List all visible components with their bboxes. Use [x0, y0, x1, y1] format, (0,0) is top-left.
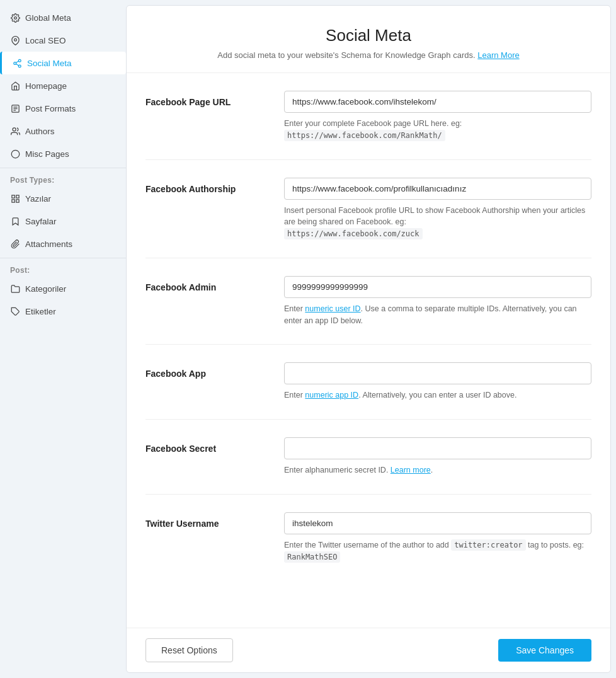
facebook-secret-input[interactable] [284, 437, 591, 459]
sidebar-item-label: Sayfalar [25, 217, 57, 226]
divider [0, 258, 126, 258]
facebook-page-url-body: Enter your complete Facebook page URL he… [284, 91, 591, 142]
svg-point-12 [11, 150, 20, 158]
sidebar-item-sayfalar[interactable]: Sayfalar [0, 210, 126, 233]
document-icon [10, 103, 20, 113]
help-suffix: . Alternatively, you can enter a user ID… [358, 391, 516, 399]
facebook-page-url-input[interactable] [284, 91, 591, 113]
facebook-secret-help: Enter alphanumeric secret ID. Learn more… [284, 464, 591, 476]
svg-rect-14 [16, 195, 18, 197]
svg-point-1 [14, 38, 16, 41]
sidebar-item-label: Attachments [25, 239, 72, 249]
facebook-secret-section: Facebook Secret Enter alphanumeric secre… [145, 420, 591, 495]
footer-bar: Reset Options Save Changes [127, 628, 610, 672]
sidebar-item-post-formats[interactable]: Post Formats [0, 97, 126, 120]
facebook-admin-input[interactable] [284, 276, 591, 298]
share-icon [12, 58, 22, 68]
facebook-page-url-section: Facebook Page URL Enter your complete Fa… [145, 73, 591, 160]
sidebar-item-authors[interactable]: Authors [0, 120, 126, 142]
facebook-app-body: Enter numeric app ID. Alternatively, you… [284, 362, 591, 401]
clip-icon [10, 239, 20, 249]
twitter-username-body: Enter the Twitter username of the author… [284, 512, 591, 563]
svg-line-6 [16, 61, 18, 62]
twitter-username-input[interactable] [284, 512, 591, 534]
help-text: Insert personal Facebook profile URL to … [284, 206, 585, 227]
learn-more-link[interactable]: Learn more [391, 466, 431, 474]
sidebar-item-label: Yazılar [25, 194, 51, 204]
save-changes-button[interactable]: Save Changes [498, 639, 591, 662]
numeric-app-id-link[interactable]: numeric app ID [305, 391, 358, 399]
facebook-secret-body: Enter alphanumeric secret ID. Learn more… [284, 437, 591, 476]
facebook-admin-section: Facebook Admin Enter numeric user ID. Us… [145, 258, 591, 345]
subtitle-text: Add social meta to your website's Schema… [217, 50, 475, 60]
help-code: twitter:creator [451, 539, 525, 551]
facebook-app-label: Facebook App [145, 362, 265, 379]
facebook-authorship-section: Facebook Authorship Insert personal Face… [145, 160, 591, 258]
sidebar-item-etiketler[interactable]: Etiketler [0, 300, 126, 323]
reset-options-button[interactable]: Reset Options [145, 638, 233, 662]
facebook-admin-help: Enter numeric user ID. Use a comma to se… [284, 303, 591, 327]
sidebar-item-label: Misc Pages [25, 149, 69, 159]
sidebar-item-label: Authors [25, 127, 55, 136]
users-icon [10, 126, 20, 136]
sidebar-item-label: Etiketler [25, 307, 56, 316]
facebook-admin-label: Facebook Admin [145, 276, 265, 292]
help-text: Enter the Twitter username of the author… [284, 541, 449, 549]
twitter-username-label: Twitter Username [145, 512, 265, 529]
svg-line-5 [16, 64, 18, 65]
help-code: https://www.facebook.com/zuck [284, 228, 423, 239]
facebook-authorship-input[interactable] [284, 178, 591, 200]
main-panel: Social Meta Add social meta to your webs… [126, 5, 611, 673]
sidebar-item-social-meta[interactable]: Social Meta [0, 52, 126, 74]
page-header: Social Meta Add social meta to your webs… [127, 6, 610, 73]
sidebar-item-label: Social Meta [27, 59, 72, 68]
content-area: Facebook Page URL Enter your complete Fa… [127, 73, 610, 628]
facebook-admin-body: Enter numeric user ID. Use a comma to se… [284, 276, 591, 327]
svg-rect-13 [11, 195, 14, 197]
sidebar-item-misc-pages[interactable]: Misc Pages [0, 142, 126, 165]
sidebar-item-kategoriler[interactable]: Kategoriler [0, 277, 126, 300]
svg-point-4 [18, 65, 21, 67]
numeric-user-id-link[interactable]: numeric user ID [305, 304, 360, 313]
sidebar-item-yazilar[interactable]: Yazılar [0, 187, 126, 210]
gear-icon [10, 13, 20, 23]
help-text2: tag to posts. eg: [528, 541, 584, 549]
svg-point-0 [14, 16, 16, 19]
facebook-page-url-label: Facebook Page URL [145, 91, 265, 107]
bookmark-icon [10, 216, 20, 226]
facebook-secret-label: Facebook Secret [145, 437, 265, 454]
folder-icon [10, 284, 20, 294]
sidebar-item-homepage[interactable]: Homepage [0, 74, 126, 97]
svg-point-3 [13, 62, 16, 64]
page-subtitle: Add social meta to your website's Schema… [139, 50, 598, 60]
help-text: Enter your complete Facebook page URL he… [284, 119, 462, 128]
circle-icon [10, 149, 20, 159]
sidebar-item-label: Homepage [25, 81, 67, 91]
post-types-label: Post Types: [0, 171, 126, 187]
learn-more-link[interactable]: Learn More [477, 50, 519, 60]
help-code2: RankMathSEO [284, 551, 340, 563]
page-title: Social Meta [139, 26, 598, 45]
svg-point-11 [13, 127, 16, 130]
twitter-username-help: Enter the Twitter username of the author… [284, 539, 591, 563]
divider [0, 168, 126, 168]
facebook-page-url-help: Enter your complete Facebook page URL he… [284, 118, 591, 142]
sidebar-item-local-seo[interactable]: Local SEO [0, 29, 126, 52]
sidebar-item-global-meta[interactable]: Global Meta [0, 6, 126, 29]
sidebar-item-label: Post Formats [25, 104, 76, 113]
pin-icon [10, 35, 20, 45]
facebook-app-input[interactable] [284, 362, 591, 384]
grid-icon [10, 193, 20, 204]
twitter-username-section: Twitter Username Enter the Twitter usern… [145, 495, 591, 581]
facebook-authorship-help: Insert personal Facebook profile URL to … [284, 205, 591, 240]
post-label: Post: [0, 261, 126, 277]
sidebar-item-attachments[interactable]: Attachments [0, 233, 126, 255]
help-prefix: Enter [284, 304, 305, 313]
facebook-app-section: Facebook App Enter numeric app ID. Alter… [145, 345, 591, 420]
help-prefix: Enter alphanumeric secret ID. [284, 466, 391, 474]
svg-rect-16 [16, 199, 18, 202]
help-prefix: Enter [284, 391, 305, 399]
sidebar-item-label: Global Meta [25, 13, 71, 23]
facebook-authorship-label: Facebook Authorship [145, 178, 265, 194]
svg-point-2 [18, 59, 21, 62]
